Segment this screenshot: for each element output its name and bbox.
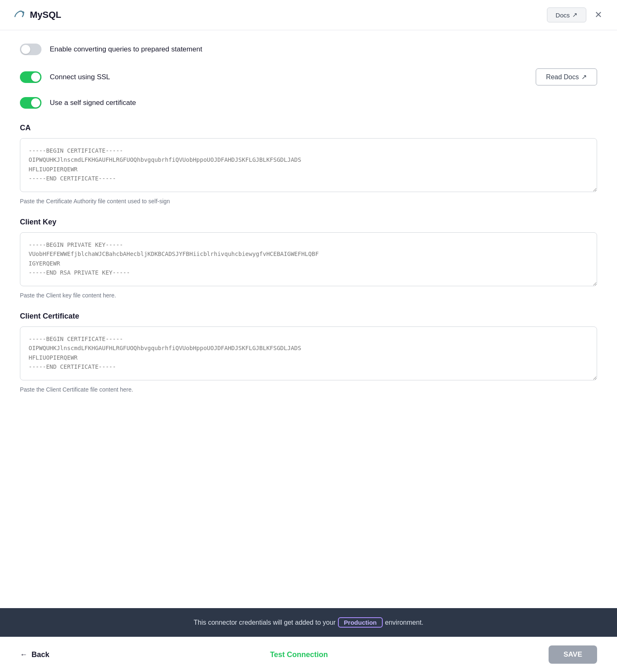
prepared-statement-label: Enable converting queries to prepared st… (50, 45, 202, 54)
save-button[interactable]: SAVE (549, 645, 597, 664)
client-key-section: Client Key Paste the Client key file con… (20, 218, 597, 299)
prepared-statement-toggle[interactable] (20, 44, 41, 55)
client-cert-section-label: Client Certificate (20, 312, 597, 321)
ca-section-label: CA (20, 124, 597, 132)
ca-textarea[interactable] (20, 138, 597, 192)
back-button[interactable]: ← Back (20, 650, 49, 659)
header-left: MySQL (13, 8, 61, 22)
client-key-section-label: Client Key (20, 218, 597, 226)
page-title: MySQL (30, 10, 61, 20)
client-key-hint: Paste the Client key file content here. (20, 292, 597, 299)
header-right: Docs ↗ ✕ (547, 7, 604, 22)
bottom-actions: ← Back Test Connection SAVE (0, 637, 617, 672)
docs-button[interactable]: Docs ↗ (547, 7, 586, 22)
read-docs-button[interactable]: Read Docs ↗ (536, 68, 597, 85)
read-docs-label: Read Docs (546, 73, 579, 81)
save-label: SAVE (564, 650, 582, 658)
ssl-row: Connect using SSL Read Docs ↗ (20, 68, 597, 85)
notice-text-before: This connector credentials will get adde… (194, 619, 335, 626)
prepared-statement-slider (20, 44, 41, 55)
notice-text-after: environment. (385, 619, 424, 626)
self-signed-label: Use a self signed certificate (50, 99, 136, 107)
back-label: Back (32, 650, 49, 659)
back-arrow-icon: ← (20, 650, 27, 659)
svg-point-0 (22, 12, 24, 14)
content: Enable converting queries to prepared st… (0, 30, 617, 464)
mysql-icon (13, 8, 25, 22)
client-key-textarea[interactable] (20, 232, 597, 286)
read-docs-icon: ↗ (581, 73, 587, 81)
ca-hint: Paste the Certificate Authority file con… (20, 198, 597, 205)
close-icon: ✕ (595, 10, 602, 20)
env-notice: This connector credentials will get adde… (0, 608, 617, 637)
self-signed-row: Use a self signed certificate (20, 97, 597, 109)
ssl-slider (20, 71, 41, 83)
ssl-row-left: Connect using SSL (20, 71, 110, 83)
action-bar: This connector credentials will get adde… (0, 608, 617, 672)
external-link-icon: ↗ (572, 11, 578, 19)
ca-section: CA Paste the Certificate Authority file … (20, 124, 597, 205)
prepared-statement-row: Enable converting queries to prepared st… (20, 44, 597, 55)
close-button[interactable]: ✕ (593, 8, 604, 22)
self-signed-toggle[interactable] (20, 97, 41, 109)
docs-label: Docs (556, 12, 570, 19)
client-cert-hint: Paste the Client Certificate file conten… (20, 386, 597, 393)
test-connection-label: Test Connection (270, 650, 328, 659)
env-badge: Production (338, 617, 382, 628)
ssl-label: Connect using SSL (50, 73, 110, 81)
ssl-toggle[interactable] (20, 71, 41, 83)
test-connection-button[interactable]: Test Connection (270, 650, 328, 659)
self-signed-slider (20, 97, 41, 109)
header: MySQL Docs ↗ ✕ (0, 0, 617, 30)
client-cert-section: Client Certificate Paste the Client Cert… (20, 312, 597, 393)
client-cert-textarea[interactable] (20, 326, 597, 380)
